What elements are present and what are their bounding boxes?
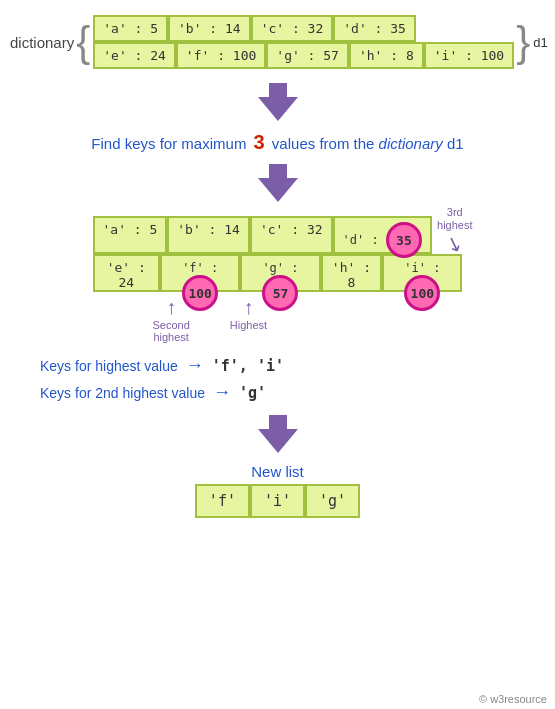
hl-cell-1-0: 'e' : 24	[93, 254, 161, 292]
circle-badge-1-1: 100	[182, 275, 218, 311]
hl-cell-key-1-4: 'i' :	[404, 261, 440, 275]
circle-badge-0-3: 35	[386, 222, 422, 258]
dict-cell-0-1: 'b' : 14	[168, 15, 251, 42]
hl-cell-0-3: 'd' : 35	[333, 216, 432, 254]
hl-cell-1-4: 'i' : 100	[382, 254, 462, 292]
find-number: 3	[254, 131, 265, 153]
arrow-head-2	[258, 178, 298, 202]
highlight-grid: 'a' : 5'b' : 14'c' : 32'd' : 35'e' : 24'…	[93, 216, 463, 292]
dict-label: dictionary	[10, 34, 74, 51]
find-dict-word: dictionary	[379, 135, 443, 152]
dict-cell-1-2: 'g' : 57	[266, 42, 349, 69]
circle-badge-1-4: 100	[404, 275, 440, 311]
hl-cell-key-0-3: 'd' :	[343, 233, 386, 247]
highlight-section: 3rdhighest ↙ 'a' : 5'b' : 14'c' : 32'd' …	[0, 216, 555, 343]
new-list-section: New list 'f''i''g'	[195, 463, 360, 518]
brace-right-wrap: } d1	[516, 21, 548, 63]
key-line-1: Keys for highest value → 'f', 'i'	[40, 355, 284, 376]
arrow-shaft-3	[269, 415, 287, 429]
dict-cell-1-0: 'e' : 24	[93, 42, 176, 69]
highest-arrow-icon: ↑	[243, 296, 253, 319]
dict-cell-0-3: 'd' : 35	[333, 15, 416, 42]
find-prefix: Find keys for maximum	[91, 135, 246, 152]
hl-cell-0-1: 'b' : 14	[167, 216, 250, 254]
hl-cell-1-2: 'g' : 57	[240, 254, 320, 292]
circle-badge-1-2: 57	[262, 275, 298, 311]
arrow-down-2	[258, 164, 298, 202]
dict-cell-0-0: 'a' : 5	[93, 15, 168, 42]
hl-grid-wrapper: 3rdhighest ↙ 'a' : 5'b' : 14'c' : 32'd' …	[93, 216, 463, 292]
find-suffix: values from the	[272, 135, 375, 152]
dict-row-1: 'e' : 24'f' : 100'g' : 57'h' : 8'i' : 10…	[93, 42, 514, 69]
arrow-shaft-1	[269, 83, 287, 97]
hl-cell-1-3: 'h' : 8	[321, 254, 383, 292]
find-text: Find keys for maximum 3 values from the …	[91, 131, 463, 154]
new-list-row: 'f''i''g'	[195, 484, 360, 518]
second-highest-label: Secondhighest	[153, 319, 190, 343]
nl-cell-1: 'i'	[250, 484, 305, 518]
highest-label: Highest	[230, 319, 267, 331]
brace-right-icon: }	[516, 21, 530, 63]
d1-label: d1	[533, 35, 547, 50]
dict-cell-0-2: 'c' : 32	[251, 15, 334, 42]
arrow-head-3	[258, 429, 298, 453]
dictionary-section: dictionary { 'a' : 5'b' : 14'c' : 32'd' …	[0, 15, 555, 69]
key-line-2: Keys for 2nd highest value → 'g'	[40, 382, 266, 403]
second-arrow-icon: ↑	[166, 296, 176, 319]
nl-cell-0: 'f'	[195, 484, 250, 518]
new-list-label: New list	[251, 463, 304, 480]
arrow-down-3	[258, 415, 298, 453]
hl-cell-0-0: 'a' : 5	[93, 216, 168, 254]
arrow-head-1	[258, 97, 298, 121]
key-line-2-label: Keys for 2nd highest value	[40, 385, 205, 401]
keys-section: Keys for highest value → 'f', 'i' Keys f…	[0, 355, 555, 409]
hl-cell-1-1: 'f' : 100	[160, 254, 240, 292]
key-line-1-value: 'f', 'i'	[212, 357, 284, 375]
hl-cell-key-1-1: 'f' :	[182, 261, 218, 275]
main-container: dictionary { 'a' : 5'b' : 14'c' : 32'd' …	[0, 0, 555, 709]
key-line-1-label: Keys for highest value	[40, 358, 178, 374]
dict-cell-1-1: 'f' : 100	[176, 42, 266, 69]
hl-row-0: 'a' : 5'b' : 14'c' : 32'd' : 35	[93, 216, 463, 254]
key-line-1-arrow: →	[186, 355, 204, 376]
hl-row-1: 'e' : 24'f' : 100'g' : 57'h' : 8'i' : 10…	[93, 254, 463, 292]
arrow-shaft-2	[269, 164, 287, 178]
arrow-down-1	[258, 83, 298, 121]
dict-cell-1-3: 'h' : 8	[349, 42, 424, 69]
dict-grid: 'a' : 5'b' : 14'c' : 32'd' : 35'e' : 24'…	[93, 15, 514, 69]
dict-cell-1-4: 'i' : 100	[424, 42, 514, 69]
brace-left-icon: {	[76, 21, 90, 63]
dict-row-0: 'a' : 5'b' : 14'c' : 32'd' : 35	[93, 15, 514, 42]
hl-cell-0-2: 'c' : 32	[250, 216, 333, 254]
key-line-2-value: 'g'	[239, 384, 266, 402]
key-line-2-arrow: →	[213, 382, 231, 403]
find-d1: d1	[447, 135, 464, 152]
footer: © w3resource	[479, 693, 547, 705]
nl-cell-2: 'g'	[305, 484, 360, 518]
hl-cell-key-1-2: 'g' :	[262, 261, 298, 275]
